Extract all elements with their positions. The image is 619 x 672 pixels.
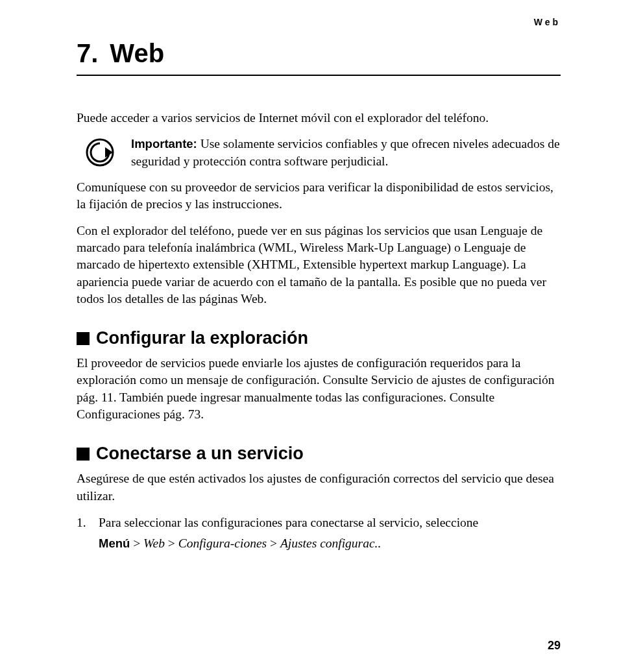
list-item-1: 1. Para seleccionar las configuraciones … <box>77 514 561 531</box>
chapter-title: 7.Web <box>77 39 561 76</box>
menu-sep: > <box>130 536 143 550</box>
menu-item-menu: Menú <box>99 536 130 550</box>
section-2-body: Asegúrese de que estén activados los aju… <box>77 470 561 505</box>
important-text-block: Importante: Use solamente servicios conf… <box>131 136 561 170</box>
square-bullet-icon <box>77 448 90 461</box>
section-2-heading: Conectarse a un servicio <box>77 444 561 464</box>
section-1-body: El proveedor de servicios puede enviarle… <box>77 355 561 423</box>
menu-path: Menú > Web > Configura-ciones > Ajustes … <box>99 536 561 551</box>
svg-rect-1 <box>77 332 90 345</box>
paragraph-2: Comuníquese con su proveedor de servicio… <box>77 179 561 213</box>
paragraph-3: Con el explorador del teléfono, puede ve… <box>77 222 561 308</box>
menu-item-ajustes: Ajustes configurac.. <box>280 536 381 550</box>
intro-paragraph: Puede acceder a varios servicios de Inte… <box>77 110 561 126</box>
chapter-number: 7. <box>77 39 98 67</box>
running-header: Web <box>77 17 561 27</box>
menu-item-web: Web <box>143 536 165 550</box>
important-label: Importante: <box>131 137 197 150</box>
page-number: 29 <box>548 639 561 653</box>
square-bullet-icon <box>77 332 90 345</box>
menu-item-config: Configura-ciones <box>178 536 267 550</box>
list-text: Para seleccionar las configuraciones par… <box>99 514 478 531</box>
section-1-title: Configurar la exploración <box>96 328 308 348</box>
document-page: Web 7.Web Puede acceder a varios servici… <box>0 0 619 672</box>
section-2-title: Conectarse a un servicio <box>96 444 304 464</box>
important-callout: Importante: Use solamente servicios conf… <box>83 136 561 170</box>
important-icon <box>83 136 117 169</box>
menu-sep: > <box>267 536 280 550</box>
list-number: 1. <box>77 514 92 531</box>
svg-rect-2 <box>77 448 90 461</box>
menu-sep: > <box>165 536 178 550</box>
chapter-name: Web <box>110 39 164 67</box>
section-1-heading: Configurar la exploración <box>77 328 561 348</box>
